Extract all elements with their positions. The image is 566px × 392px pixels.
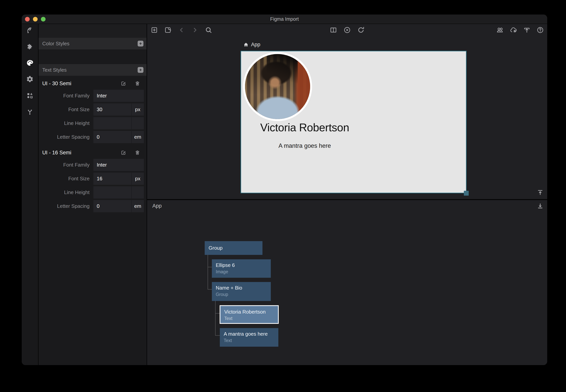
play-icon[interactable] — [343, 26, 351, 34]
tree-connector — [215, 301, 216, 336]
font-size-row: Font Size 16 px — [39, 172, 146, 185]
node-subtitle: Text — [224, 316, 274, 321]
edit-style-icon[interactable] — [120, 80, 127, 87]
collapse-down-icon[interactable] — [536, 202, 544, 210]
field-label: Font Family — [39, 93, 89, 99]
node-title: Group — [209, 245, 222, 251]
node-subtitle: Image — [216, 269, 267, 274]
field-label: Font Family — [39, 162, 89, 168]
letter-spacing-unit[interactable]: em — [132, 131, 144, 143]
screen: Figma Import — [0, 0, 566, 392]
settings-gear-icon[interactable] — [26, 75, 34, 83]
forward-icon[interactable] — [191, 26, 199, 34]
tree-node-mantra[interactable]: A mantra goes here Text — [220, 328, 278, 347]
field-label: Font Size — [39, 107, 89, 112]
tree-node-ellipse[interactable]: Ellipse 6 Image — [212, 259, 271, 278]
main-toolbar — [147, 24, 547, 36]
cloud-sync-icon[interactable] — [509, 26, 518, 34]
help-icon[interactable] — [536, 26, 544, 34]
back-icon[interactable] — [177, 26, 186, 34]
toolbar-left-group — [150, 26, 213, 34]
node-subtitle: Group — [216, 292, 267, 297]
add-color-style-button[interactable] — [138, 41, 144, 46]
styles-panel: Color Styles Text Styles UI - 30 Semi — [39, 24, 147, 365]
breadcrumb[interactable]: App — [243, 42, 260, 48]
import-inspect-icon[interactable] — [164, 26, 172, 34]
plugins-puzzle-icon[interactable] — [26, 42, 34, 51]
field-label: Font Size — [39, 176, 89, 182]
team-icon[interactable] — [496, 26, 504, 34]
font-size-unit[interactable]: px — [132, 173, 144, 185]
tree-connector — [208, 289, 212, 290]
tree-pane-label: App — [152, 203, 162, 209]
text-styles-list: UI - 30 Semi Font Family — [39, 76, 146, 365]
vector-path-icon[interactable] — [26, 26, 34, 34]
tree-connector — [215, 335, 220, 336]
letter-spacing-input[interactable]: 0 — [93, 200, 131, 212]
window-title: Figma Import — [22, 16, 547, 22]
components-icon[interactable] — [26, 91, 34, 99]
letter-spacing-row: Letter Spacing 0 em — [39, 199, 146, 213]
color-palette-icon[interactable] — [26, 59, 34, 67]
collapse-up-icon[interactable] — [536, 188, 544, 196]
tree-node-name-bio[interactable]: Name + Bio Group — [212, 282, 271, 301]
field-label: Letter Spacing — [39, 134, 89, 140]
line-height-unit[interactable] — [132, 117, 144, 129]
line-height-input[interactable] — [93, 186, 131, 198]
avatar[interactable] — [243, 52, 312, 121]
chrome: Color Styles Text Styles UI - 30 Semi — [22, 24, 547, 365]
title-bar: Figma Import — [22, 14, 547, 24]
profile-card-frame[interactable]: Victoria Robertson A mantra goes here — [241, 51, 466, 193]
upload-icon[interactable] — [523, 26, 531, 34]
toolbar-center-group — [329, 26, 365, 34]
delete-style-icon[interactable] — [134, 80, 141, 87]
branch-icon[interactable] — [26, 108, 34, 116]
panel-spacer — [39, 24, 146, 38]
color-styles-header: Color Styles — [39, 38, 146, 49]
font-size-row: Font Size 30 px — [39, 103, 146, 116]
font-family-input[interactable]: Inter — [93, 159, 144, 171]
tree-node-victoria-selected[interactable]: Victoria Robertson Text — [220, 305, 279, 324]
node-title: Ellipse 6 — [216, 262, 267, 268]
font-size-input[interactable]: 16 — [93, 173, 131, 185]
letter-spacing-input[interactable]: 0 — [93, 131, 131, 143]
font-size-input[interactable]: 30 — [93, 103, 131, 116]
toolbar-right-group — [496, 26, 544, 34]
node-title: Victoria Robertson — [224, 309, 274, 315]
font-size-unit[interactable]: px — [132, 103, 144, 116]
letter-spacing-row: Letter Spacing 0 em — [39, 130, 146, 144]
selection-resize-handle[interactable] — [464, 191, 469, 196]
card-name-text[interactable]: Victoria Robertson — [260, 121, 349, 134]
text-styles-header: Text Styles — [39, 64, 146, 76]
search-icon[interactable] — [204, 26, 213, 34]
split-view-icon[interactable] — [329, 26, 337, 34]
layer-tree-pane: App Group Ellipse 6 Image — [147, 200, 547, 365]
edit-style-icon[interactable] — [120, 149, 127, 156]
letter-spacing-unit[interactable]: em — [132, 200, 144, 212]
home-icon — [243, 42, 249, 48]
field-label: Line Height — [39, 120, 89, 126]
line-height-input[interactable] — [93, 117, 131, 129]
refresh-icon[interactable] — [357, 26, 365, 34]
tree-connector — [208, 255, 208, 290]
node-subtitle: Text — [224, 338, 275, 343]
tree-connector — [208, 267, 212, 267]
node-title: A mantra goes here — [224, 331, 275, 337]
font-family-input[interactable]: Inter — [93, 90, 144, 102]
card-mantra-text[interactable]: A mantra goes here — [278, 142, 331, 149]
add-text-style-button[interactable] — [138, 67, 144, 73]
main-region: App Victoria Robertson A mantra goes her… — [147, 24, 547, 365]
font-family-row: Font Family Inter — [39, 158, 146, 172]
field-label: Letter Spacing — [39, 203, 89, 209]
color-styles-list — [39, 49, 146, 64]
text-style-row: UI - 16 Semi — [39, 147, 146, 158]
line-height-row: Line Height — [39, 185, 146, 199]
tree-node-group[interactable]: Group — [205, 241, 262, 255]
line-height-unit[interactable] — [132, 186, 144, 198]
text-style-row: UI - 30 Semi — [39, 78, 146, 89]
text-style-name: UI - 30 Semi — [42, 81, 120, 86]
add-frame-icon[interactable] — [150, 26, 158, 34]
delete-style-icon[interactable] — [134, 149, 141, 156]
avatar-photo — [244, 53, 311, 120]
color-styles-title: Color Styles — [42, 41, 138, 47]
